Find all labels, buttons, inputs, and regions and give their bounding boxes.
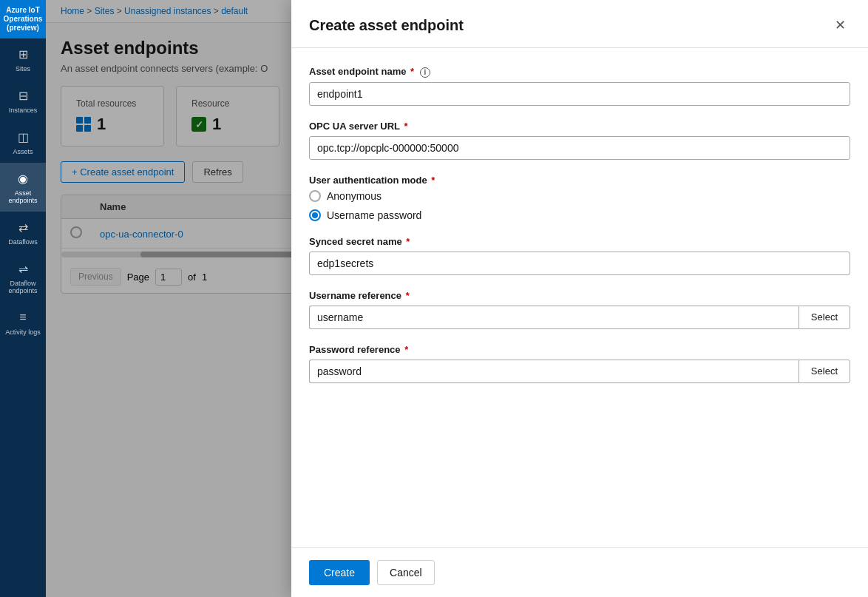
app-title: Azure IoT Operations (preview) xyxy=(0,0,46,38)
username-ref-label: Username reference * xyxy=(309,290,850,301)
synced-secret-required: * xyxy=(406,236,410,247)
endpoint-name-label: Asset endpoint name * i xyxy=(309,66,850,78)
synced-secret-label: Synced secret name * xyxy=(309,236,850,247)
dialog-footer: Create Cancel xyxy=(291,547,868,597)
auth-mode-label: User authentication mode * xyxy=(309,175,850,186)
sidebar-label-asset-endpoints: Asset endpoints xyxy=(3,189,43,204)
activity-logs-icon: ≡ xyxy=(15,309,31,326)
auth-mode-group: User authentication mode * Anonymous Use… xyxy=(309,175,850,221)
synced-secret-input[interactable] xyxy=(309,252,850,275)
auth-mode-required: * xyxy=(431,175,435,186)
username-password-radio-button[interactable] xyxy=(309,209,321,221)
sidebar-item-assets[interactable]: ◫ Assets xyxy=(0,121,46,163)
anonymous-label: Anonymous xyxy=(327,190,382,202)
auth-anonymous-option[interactable]: Anonymous xyxy=(309,190,850,202)
opc-url-required: * xyxy=(404,121,407,132)
opc-url-label: OPC UA server URL * xyxy=(309,121,850,132)
password-ref-input[interactable] xyxy=(309,360,799,383)
password-ref-label: Password reference * xyxy=(309,344,850,355)
sidebar-item-activity-logs[interactable]: ≡ Activity logs xyxy=(0,302,46,343)
dataflow-endpoints-icon: ⇌ xyxy=(15,260,31,277)
dialog-close-button[interactable]: ✕ xyxy=(830,15,850,36)
synced-secret-group: Synced secret name * xyxy=(309,236,850,275)
sites-icon: ⊞ xyxy=(15,46,31,62)
endpoint-name-required: * xyxy=(410,66,414,77)
sidebar-item-asset-endpoints[interactable]: ◉ Asset endpoints xyxy=(0,163,46,212)
username-ref-required: * xyxy=(406,290,410,301)
dataflows-icon: ⇄ xyxy=(15,219,31,235)
sidebar: Azure IoT Operations (preview) ⊞ Sites ⊟… xyxy=(0,0,46,597)
opc-url-group: OPC UA server URL * xyxy=(309,121,850,160)
sidebar-item-sites[interactable]: ⊞ Sites xyxy=(0,38,46,80)
sidebar-label-instances: Instances xyxy=(9,107,38,114)
sidebar-label-assets: Assets xyxy=(13,148,33,155)
password-ref-select-button[interactable]: Select xyxy=(799,360,850,383)
password-ref-group: Password reference * Select xyxy=(309,344,850,383)
endpoint-name-group: Asset endpoint name * i xyxy=(309,66,850,106)
password-ref-input-group: Select xyxy=(309,360,850,383)
endpoint-name-info-icon[interactable]: i xyxy=(420,67,430,78)
password-ref-required: * xyxy=(404,344,408,355)
asset-endpoints-icon: ◉ xyxy=(15,170,31,186)
sidebar-label-dataflows: Dataflows xyxy=(8,238,38,246)
username-password-label: Username password xyxy=(327,209,421,221)
assets-icon: ◫ xyxy=(15,129,31,145)
username-ref-group: Username reference * Select xyxy=(309,290,850,329)
auth-username-password-option[interactable]: Username password xyxy=(309,209,850,221)
create-endpoint-dialog: Create asset endpoint ✕ Asset endpoint n… xyxy=(291,0,868,597)
sidebar-label-dataflow-endpoints: Dataflow endpoints xyxy=(3,280,43,294)
dialog-body: Asset endpoint name * i OPC UA server UR… xyxy=(291,48,868,547)
auth-mode-radio-group: Anonymous Username password xyxy=(309,190,850,221)
username-ref-input[interactable] xyxy=(309,306,799,329)
dialog-title: Create asset endpoint xyxy=(309,17,464,34)
sidebar-label-activity-logs: Activity logs xyxy=(5,328,41,336)
username-ref-select-button[interactable]: Select xyxy=(799,306,850,329)
opc-url-input[interactable] xyxy=(309,136,850,160)
sidebar-item-dataflows[interactable]: ⇄ Dataflows xyxy=(0,212,46,253)
sidebar-item-instances[interactable]: ⊟ Instances xyxy=(0,80,46,121)
endpoint-name-input[interactable] xyxy=(309,82,850,106)
create-button[interactable]: Create xyxy=(309,560,370,585)
instances-icon: ⊟ xyxy=(15,87,31,104)
sidebar-item-dataflow-endpoints[interactable]: ⇌ Dataflow endpoints xyxy=(0,253,46,302)
dialog-header: Create asset endpoint ✕ xyxy=(291,0,868,48)
sidebar-label-sites: Sites xyxy=(16,65,30,72)
anonymous-radio-button[interactable] xyxy=(309,190,321,202)
username-ref-input-group: Select xyxy=(309,306,850,329)
cancel-button[interactable]: Cancel xyxy=(377,560,435,585)
